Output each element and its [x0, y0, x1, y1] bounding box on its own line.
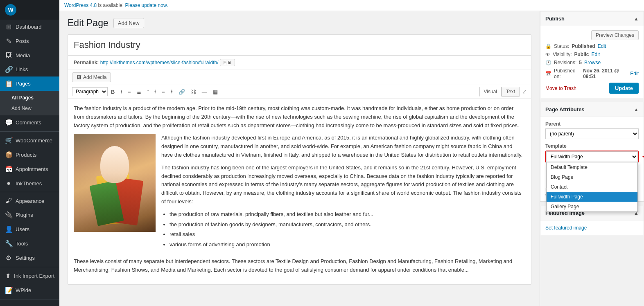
- products-icon: 📦: [5, 151, 12, 159]
- publish-section-toggle[interactable]: ▲: [634, 16, 639, 22]
- template-select[interactable]: Default Template Blog Page Contact Fullw…: [546, 151, 638, 162]
- sidebar-item-ink-import-export[interactable]: ⬆ Ink Import Export: [0, 269, 59, 283]
- posts-icon: ✎: [5, 37, 12, 45]
- page-attributes-body: Parent (no parent) Template Default Temp…: [540, 117, 644, 201]
- list-item-1: the production of raw materials, princip…: [169, 210, 525, 219]
- sidebar-item-dashboard[interactable]: ⊞ Dashboard: [0, 20, 59, 34]
- template-option-gallery[interactable]: Gallery Page: [547, 202, 637, 212]
- list-item-2: the production of fashion goods by desig…: [169, 220, 525, 229]
- revisions-browse-link[interactable]: Browse: [584, 60, 601, 65]
- template-option-default[interactable]: Default Template: [547, 162, 637, 172]
- published-edit-link[interactable]: Edit: [630, 71, 639, 76]
- status-edit-link[interactable]: Edit: [598, 43, 606, 49]
- align-left-button[interactable]: ⫲: [152, 87, 158, 96]
- plugins-icon: 🔌: [5, 211, 12, 219]
- align-center-button[interactable]: ≡: [159, 88, 167, 96]
- sidebar-item-pages[interactable]: 📋 Pages: [0, 76, 59, 91]
- unlink-button[interactable]: ⛓: [188, 88, 199, 96]
- sidebar-item-comments[interactable]: 💬 Comments: [0, 115, 59, 130]
- publish-section-body: Preview Changes 🔒 Status: Published Edit…: [540, 26, 644, 98]
- page-heading: Edit Page: [68, 18, 108, 29]
- users-icon: 👤: [5, 225, 12, 233]
- sidebar-item-media[interactable]: 🖼 Media: [0, 48, 59, 62]
- sidebar-item-all-pages[interactable]: All Pages: [0, 92, 59, 103]
- template-dropdown-container: Default Template Blog Page Contact Fullw…: [545, 151, 639, 163]
- inkthemes-icon: ●: [5, 180, 12, 187]
- published-value: Nov 26, 2011 @ 09:51: [583, 68, 628, 79]
- set-featured-image-link[interactable]: Set featured image: [545, 225, 587, 231]
- sidebar-item-appointments[interactable]: 📅 Appointments: [0, 162, 59, 176]
- sidebar-item-posts[interactable]: ✎ Posts: [0, 34, 59, 48]
- sidebar-item-settings[interactable]: ⚙ Settings: [0, 251, 59, 265]
- add-media-button[interactable]: 🖼 Add Media: [72, 72, 111, 82]
- template-option-blog[interactable]: Blog Page: [547, 172, 637, 182]
- visual-tab[interactable]: Visual: [479, 87, 502, 97]
- sidebar-item-collapse[interactable]: ◀ Collapse menu: [0, 301, 59, 306]
- text-tab[interactable]: Text: [502, 87, 520, 97]
- format-select[interactable]: Paragraph Heading 1 Heading 2 Heading 3: [72, 87, 108, 96]
- content-area: Edit Page Add New Permalink: http://inkt…: [59, 11, 644, 306]
- status-label: Status:: [554, 43, 569, 49]
- align-right-button[interactable]: ⫳: [168, 87, 175, 96]
- page-title-row: Edit Page Add New: [68, 18, 531, 29]
- preview-changes-button[interactable]: Preview Changes: [591, 30, 639, 40]
- content-text-block: Although the fashion industry developed …: [161, 134, 525, 253]
- sidebar-item-links[interactable]: 🔗 Links: [0, 62, 59, 76]
- move-to-trash-link[interactable]: Move to Trash: [545, 86, 576, 91]
- format-bar: Paragraph Heading 1 Heading 2 Heading 3 …: [72, 87, 220, 96]
- bold-button[interactable]: B: [108, 88, 117, 96]
- sidebar-item-add-new-page[interactable]: Add New: [0, 103, 59, 114]
- settings-icon: ⚙: [5, 254, 12, 262]
- publish-section-header: Publish ▲: [540, 11, 644, 26]
- editor-content[interactable]: The fashion industry is a product of the…: [68, 99, 531, 284]
- sidebar-logo: W: [0, 0, 59, 20]
- revisions-row: 🕐 Revisions: 5 Browse: [545, 60, 639, 65]
- pages-icon: 📋: [5, 80, 12, 88]
- main-area: WordPress 4.8 is available! Please updat…: [59, 0, 644, 306]
- template-option-contact[interactable]: Contact: [547, 182, 637, 192]
- add-new-page-button[interactable]: Add New: [113, 18, 144, 28]
- view-tabs-group: Visual Text ⤢: [479, 87, 527, 97]
- ul-button[interactable]: ≡: [125, 88, 133, 96]
- sidebar-item-products[interactable]: 📦 Products: [0, 148, 59, 162]
- add-media-icon: 🖼: [77, 74, 81, 80]
- please-update-link[interactable]: Please update now.: [125, 2, 168, 8]
- more-button[interactable]: —: [199, 88, 210, 96]
- dashboard-icon: ⊞: [5, 23, 12, 31]
- page-attributes-section-header: Page Attributes ▲: [540, 102, 644, 117]
- ol-button[interactable]: ≣: [134, 88, 144, 96]
- table-button[interactable]: ▦: [210, 88, 220, 96]
- fashion-image: [74, 134, 156, 232]
- visibility-edit-link[interactable]: Edit: [591, 52, 600, 57]
- sidebar-item-wpide[interactable]: 📝 WPide: [0, 283, 59, 297]
- sidebar-item-users[interactable]: 👤 Users: [0, 222, 59, 236]
- sidebar-item-woocommerce[interactable]: 🛒 WooCommerce: [0, 133, 59, 148]
- update-wp-link[interactable]: WordPress 4.8: [64, 2, 97, 8]
- visibility-value: Public: [574, 52, 589, 57]
- blockquote-button[interactable]: ": [145, 88, 151, 96]
- comments-icon: 💬: [5, 119, 12, 126]
- visibility-label: Visibility:: [553, 52, 572, 57]
- sidebar-item-tools[interactable]: 🔧 Tools: [0, 236, 59, 251]
- calendar-icon: 📅: [545, 71, 551, 76]
- parent-select[interactable]: (no parent): [545, 128, 639, 139]
- update-notice: WordPress 4.8 is available! Please updat…: [59, 0, 644, 11]
- link-button[interactable]: 🔗: [176, 88, 188, 96]
- sidebar-item-appearance[interactable]: 🖌 Appearance: [0, 194, 59, 208]
- parent-field: Parent (no parent): [545, 121, 639, 143]
- sidebar-item-inkthemes[interactable]: ● InkThemes: [0, 176, 59, 190]
- template-dropdown: Default Template Blog Page Contact Fullw…: [546, 162, 638, 212]
- page-attributes-toggle[interactable]: ▲: [634, 107, 639, 112]
- template-option-fullwidth[interactable]: Fullwidth Page: [547, 192, 637, 202]
- editor-box: Permalink: http://inkthemes.com/wpthemes…: [68, 34, 531, 285]
- update-button[interactable]: Update: [609, 83, 639, 94]
- final-paragraph: These levels consist of many separate bu…: [74, 257, 525, 274]
- permalink-url[interactable]: http://inkthemes.com/wpthemes/slice-fash…: [100, 60, 219, 65]
- content-with-image: Although the fashion industry developed …: [74, 134, 525, 253]
- edit-permalink-button[interactable]: Edit: [220, 59, 235, 66]
- sidebar-item-plugins[interactable]: 🔌 Plugins: [0, 208, 59, 222]
- italic-button[interactable]: I: [118, 88, 124, 96]
- fullscreen-button[interactable]: ⤢: [522, 88, 527, 95]
- wpide-icon: 📝: [5, 286, 12, 294]
- page-title-input[interactable]: [68, 35, 531, 56]
